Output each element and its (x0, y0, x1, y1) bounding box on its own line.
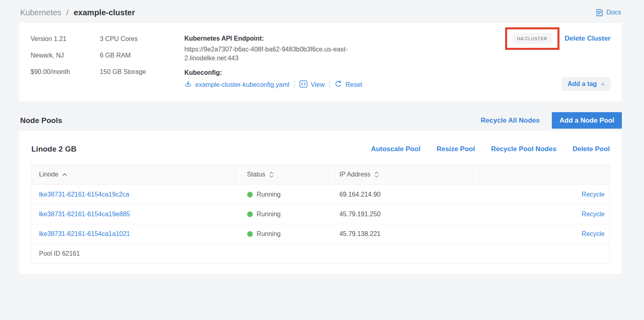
cluster-version: Version 1.21 (31, 34, 100, 44)
cluster-price: $90.00/month (31, 67, 100, 77)
node-name-cell: lke38731-62161-6154ca19c2ca (32, 185, 240, 204)
column-header-ip-address[interactable]: IP Address (332, 164, 477, 185)
node-link[interactable]: lke38731-62161-6154ca19c2ca (39, 191, 129, 198)
docs-icon (595, 8, 604, 17)
node-status-cell: Running (240, 224, 332, 244)
kubeconfig-label: Kubeconfig: (184, 68, 365, 77)
status-label: Running (257, 230, 281, 238)
sort-both-icon (269, 171, 274, 178)
endpoint-section: Kubernetes API Endpoint: https://9e2a730… (184, 34, 365, 89)
table-header-row: Linode Status (32, 164, 609, 185)
top-bar: Kubernetes / example-cluster Docs (19, 0, 622, 23)
code-icon (299, 80, 308, 89)
node-name-cell: lke38731-62161-6154ca1a1021 (32, 224, 240, 244)
view-label: View (311, 81, 324, 88)
kubeconfig-actions: example-cluster-kubeconfig.yaml View (184, 80, 365, 89)
node-pools-actions: Recycle All Nodes Add a Node Pool (481, 112, 622, 129)
node-name-cell: lke38731-62161-6154ca19e885 (32, 205, 240, 224)
reset-label: Reset (345, 81, 362, 88)
node-link[interactable]: lke38731-62161-6154ca1a1021 (39, 230, 130, 238)
status-label: Running (257, 191, 281, 198)
cluster-summary-card: Version 1.21 Newark, NJ $90.00/month 3 C… (19, 23, 622, 101)
node-pool-card: Linode 2 GB Autoscale Pool Resize Pool R… (19, 131, 622, 274)
docs-link[interactable]: Docs (595, 8, 621, 17)
table-footer-row: Pool ID 62161 (32, 244, 609, 263)
divider (329, 81, 330, 88)
breadcrumb-separator: / (66, 8, 69, 17)
annotation-highlight-box: HA CLUSTER (505, 27, 559, 50)
recycle-node-button[interactable]: Recycle (582, 191, 605, 198)
kubeconfig-filename: example-cluster-kubeconfig.yaml (195, 81, 289, 88)
node-actions-cell: Recycle (477, 205, 609, 224)
delete-cluster-button[interactable]: Delete Cluster (565, 35, 611, 43)
node-actions-cell: Recycle (477, 224, 609, 244)
refresh-icon (334, 80, 342, 89)
sort-both-icon (374, 171, 379, 178)
node-actions-cell: Recycle (477, 185, 609, 204)
node-link[interactable]: lke38731-62161-6154ca19e885 (39, 211, 130, 218)
sort-ascending-icon (62, 173, 67, 176)
node-ip-cell: 45.79.138.221 (332, 224, 477, 244)
divider (294, 81, 295, 88)
node-row: lke38731-62161-6154ca1a1021 Running 45.7… (32, 224, 609, 244)
add-node-pool-button[interactable]: Add a Node Pool (552, 112, 622, 129)
column-header-linode[interactable]: Linode (32, 164, 240, 185)
recycle-node-button[interactable]: Recycle (582, 230, 605, 238)
status-running-dot (247, 192, 253, 197)
breadcrumb: Kubernetes / example-cluster (20, 7, 135, 18)
api-endpoint-label: Kubernetes API Endpoint: (184, 34, 365, 43)
node-pools-header: Node Pools Recycle All Nodes Add a Node … (19, 112, 622, 129)
delete-pool-button[interactable]: Delete Pool (572, 145, 610, 153)
status-label: Running (257, 211, 281, 218)
node-row: lke38731-62161-6154ca19c2ca Running 69.1… (32, 185, 609, 204)
cluster-actions: HA CLUSTER Delete Cluster (505, 27, 611, 50)
autoscale-pool-button[interactable]: Autoscale Pool (371, 145, 421, 153)
table-body: lke38731-62161-6154ca19c2ca Running 69.1… (32, 185, 609, 244)
reset-kubeconfig-button[interactable]: Reset (334, 80, 362, 89)
pool-header: Linode 2 GB Autoscale Pool Resize Pool R… (31, 143, 610, 155)
download-icon (184, 80, 192, 89)
recycle-pool-nodes-button[interactable]: Recycle Pool Nodes (491, 145, 557, 153)
node-ip-cell: 69.164.214.90 (332, 185, 477, 204)
status-running-dot (247, 211, 253, 217)
column-header-status[interactable]: Status (240, 164, 332, 185)
add-tag-label: Add a tag (568, 80, 597, 88)
column-label-status: Status (247, 171, 265, 178)
nodes-table: Linode Status (31, 164, 610, 264)
cluster-specs-column-2: 3 CPU Cores 6 GB RAM 150 GB Storage (100, 34, 184, 84)
node-ip-cell: 45.79.191.250 (332, 205, 477, 224)
cluster-specs-column-1: Version 1.21 Newark, NJ $90.00/month (31, 34, 100, 84)
breadcrumb-cluster-name: example-cluster (74, 8, 135, 17)
node-pools-title: Node Pools (19, 116, 62, 125)
kubernetes-cluster-page: Kubernetes / example-cluster Docs Versio… (0, 0, 644, 274)
node-status-cell: Running (240, 205, 332, 224)
pool-actions: Autoscale Pool Resize Pool Recycle Pool … (371, 145, 610, 153)
node-row: lke38731-62161-6154ca19e885 Running 45.7… (32, 204, 609, 224)
recycle-all-nodes-button[interactable]: Recycle All Nodes (481, 117, 540, 125)
cluster-region: Newark, NJ (31, 51, 100, 60)
add-tag-button[interactable]: Add a tag + (562, 77, 611, 91)
cluster-storage: 150 GB Storage (100, 67, 184, 77)
view-kubeconfig-button[interactable]: View (299, 80, 324, 89)
cluster-ram: 6 GB RAM (100, 51, 184, 60)
plus-icon: + (601, 80, 605, 88)
column-label-ip-address: IP Address (339, 171, 370, 178)
download-kubeconfig-link[interactable]: example-cluster-kubeconfig.yaml (184, 80, 289, 89)
cluster-cpu: 3 CPU Cores (100, 34, 184, 44)
column-header-actions (477, 164, 609, 185)
pool-id: Pool ID 62161 (39, 250, 80, 257)
node-status-cell: Running (240, 185, 332, 204)
api-endpoint-url: https://9e2a7307-b6ac-408f-ba62-9483b0b3… (184, 45, 365, 63)
breadcrumb-kubernetes-link[interactable]: Kubernetes (20, 8, 61, 17)
pool-name: Linode 2 GB (31, 145, 76, 154)
ha-cluster-badge: HA CLUSTER (512, 33, 552, 44)
resize-pool-button[interactable]: Resize Pool (436, 145, 475, 153)
column-label-linode: Linode (39, 171, 58, 178)
docs-label: Docs (607, 9, 621, 16)
status-running-dot (247, 231, 253, 237)
summary-right-column: HA CLUSTER Delete Cluster Add a tag + (505, 27, 611, 91)
recycle-node-button[interactable]: Recycle (582, 211, 605, 218)
